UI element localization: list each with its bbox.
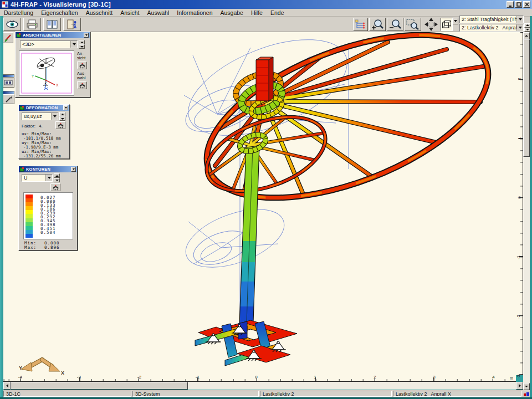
mini-panel-display — [2, 74, 14, 88]
spin-up[interactable] — [54, 173, 60, 178]
scroll-left-button[interactable] — [3, 382, 11, 390]
base-assembly — [195, 320, 297, 366]
collapse-icon — [65, 107, 67, 109]
loadcase-combo[interactable]: 2: Lastkollektiv 2 Anprall X — [459, 24, 524, 32]
box-3d-icon — [442, 20, 452, 29]
view-3d-box-button[interactable] — [441, 18, 453, 31]
konturen-combo-arrow[interactable] — [45, 175, 52, 181]
arrow-up-icon — [55, 175, 59, 177]
exit-door-icon — [65, 19, 79, 29]
display-values-button[interactable] — [2, 78, 14, 88]
scroll-up-button[interactable] — [523, 32, 530, 39]
loadcase-combo-arrow[interactable] — [516, 24, 523, 31]
zoom-out-button[interactable] — [387, 18, 403, 31]
legend-swatch — [25, 222, 33, 226]
hub-top-box — [256, 57, 273, 101]
deformation-combo[interactable]: ux,uy,uz — [22, 112, 58, 120]
view-select-arrow[interactable] — [70, 41, 77, 48]
ansicht-apply-button[interactable] — [77, 62, 87, 69]
zoom-out-icon — [388, 19, 402, 30]
deformation-panel-close-button[interactable] — [63, 105, 68, 110]
umbrella-dots-icon — [57, 122, 64, 129]
preview-axis-x-label: X — [56, 83, 59, 87]
konturen-panel-close-button[interactable] — [71, 167, 76, 172]
menu-ausschnitt[interactable]: Ausschnitt — [82, 9, 116, 16]
menu-ende[interactable]: Ende — [267, 9, 288, 16]
result-combo[interactable]: 2: Stahl Tragfähigkeit (Th. 2. O — [459, 16, 524, 23]
arrow-down-icon — [526, 29, 529, 30]
konturen-combo[interactable]: U — [22, 174, 53, 182]
horizontal-scroll-thumb[interactable] — [11, 382, 188, 390]
minimize-icon — [508, 3, 512, 7]
faktor-value: 4. — [39, 124, 43, 129]
spin-up[interactable] — [59, 112, 65, 116]
ansicht-panel-close-button[interactable] — [84, 33, 89, 38]
structure-tree-button[interactable] — [353, 18, 368, 31]
horizontal-scrollbar[interactable] — [3, 382, 523, 390]
menu-informationen[interactable]: Informationen — [173, 9, 216, 16]
vertical-scroll-thumb[interactable] — [523, 39, 530, 157]
axis-indicator: Y X — [19, 360, 64, 375]
menu-darstellung[interactable]: Darstellung — [0, 9, 37, 16]
pan-button[interactable] — [422, 17, 440, 32]
view-preview-drawing: Y X — [19, 51, 74, 95]
vertical-scrollbar[interactable] — [523, 32, 530, 390]
legend-swatch — [25, 210, 33, 214]
status-bar: 3D-1C 3D-System Lastkollektiv 2 Lastkoll… — [3, 390, 530, 397]
desktop-strip-left — [0, 16, 3, 399]
legend-swatches — [25, 195, 33, 238]
spin-down[interactable] — [54, 178, 60, 182]
catalog-button[interactable] — [43, 18, 61, 31]
scroll-down-button[interactable] — [523, 383, 530, 390]
konturen-apply-button[interactable] — [50, 183, 60, 191]
arrow-down-icon — [525, 386, 528, 387]
close-button[interactable] — [523, 1, 530, 8]
ansicht-panel: ANSICHT/EBENEN <3D> Y X — [15, 32, 90, 98]
menu-ansicht[interactable]: Ansicht — [116, 9, 143, 16]
minimize-button[interactable] — [507, 1, 514, 8]
draw-mode-button[interactable] — [2, 32, 13, 43]
view-select-combo[interactable]: <3D> — [20, 40, 78, 48]
chevron-down-icon — [519, 18, 522, 21]
mini-panel-pen — [2, 91, 14, 104]
spin-up[interactable] — [79, 40, 85, 44]
spin-down[interactable] — [59, 116, 65, 121]
view-button[interactable] — [3, 18, 21, 31]
view-3d-dropdown-button[interactable] — [453, 18, 458, 24]
legend-values: 0.0270.080 0.1330.186 0.2390.292 0.3450.… — [40, 196, 56, 235]
deformation-apply-button[interactable] — [55, 121, 65, 129]
deformation-panel-titlebar[interactable]: DEFORMATION — [19, 105, 69, 111]
ruler-unit: m — [510, 376, 513, 380]
spin-down[interactable] — [79, 44, 85, 49]
status-app-icon — [524, 391, 529, 397]
maximize-button[interactable] — [515, 1, 522, 8]
exit-button[interactable] — [63, 18, 81, 31]
konturen-panel-titlebar[interactable]: KONTUREN — [19, 166, 77, 172]
zoom-window-button[interactable] — [405, 18, 421, 31]
annotate-button[interactable] — [2, 94, 14, 104]
ansicht-action-label: An- sicht — [77, 52, 85, 60]
arrow-down-icon — [61, 118, 64, 120]
result-combo-arrow[interactable] — [516, 16, 523, 23]
konturen-spinner[interactable] — [54, 173, 60, 182]
auswahl-apply-button[interactable] — [77, 81, 87, 89]
legend-swatch — [25, 230, 33, 234]
menu-hilfe[interactable]: Hilfe — [247, 9, 267, 16]
menu-eigenschaften[interactable]: Eigenschaften — [37, 9, 82, 16]
menu-auswahl[interactable]: Auswahl — [144, 9, 173, 16]
deformation-combo-arrow[interactable] — [51, 113, 58, 120]
axis-y-label: Y — [19, 365, 22, 371]
ansicht-panel-titlebar[interactable]: ANSICHT/EBENEN — [16, 32, 90, 38]
umbrella-dots-icon — [52, 185, 59, 191]
uz-value: -131.2/55.26 mm — [22, 154, 61, 158]
scroll-right-button[interactable] — [516, 382, 523, 390]
print-button[interactable] — [23, 18, 41, 31]
ansicht-panel-title: ANSICHT/EBENEN — [23, 33, 84, 38]
menu-ausgabe[interactable]: Ausgabe — [217, 9, 247, 16]
zoom-in-button[interactable] — [369, 18, 386, 31]
view-select-spinner[interactable] — [79, 40, 85, 49]
toolbar: 2: Stahl Tragfähigkeit (Th. 2. O 2: Last… — [0, 17, 532, 32]
deformation-spinner[interactable] — [59, 112, 65, 121]
window-title: 4H-FRAP - Visualisierung [3D-1C] — [11, 1, 111, 8]
arrow-right-icon — [519, 384, 521, 387]
